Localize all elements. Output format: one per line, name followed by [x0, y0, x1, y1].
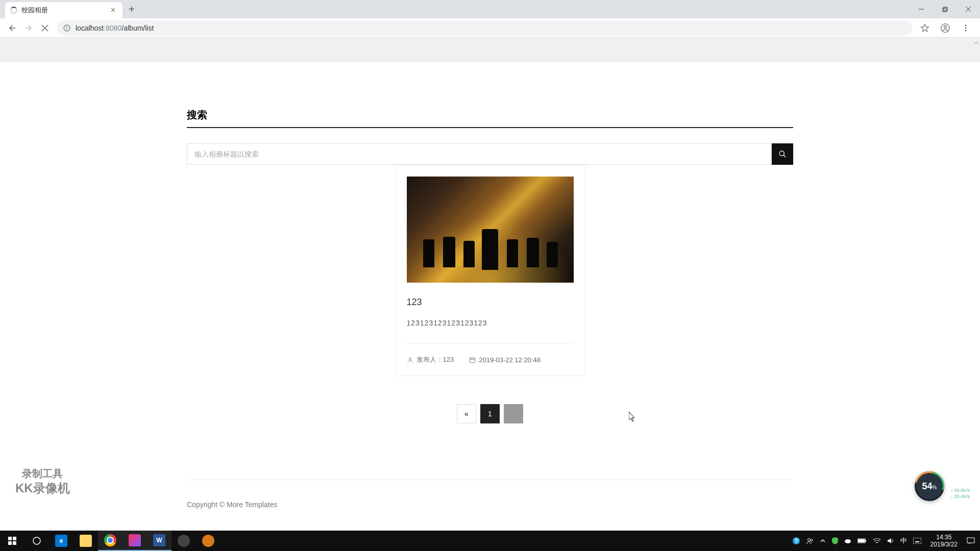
system-tray: ? 中 14:35 2019/3/22 [792, 534, 980, 548]
search-icon [778, 150, 787, 158]
taskbar-intellij[interactable] [122, 531, 147, 551]
search-heading: 搜索 [187, 108, 793, 128]
taskbar-clock[interactable]: 14:35 2019/3/22 [927, 534, 961, 548]
stop-reload-button[interactable] [37, 20, 53, 36]
mouse-cursor-icon [629, 412, 636, 422]
page-next-button[interactable] [504, 404, 523, 423]
taskbar-app-1[interactable] [172, 531, 196, 551]
svg-point-26 [33, 537, 40, 544]
recorder-watermark: 录制工具 KK录像机 [15, 467, 70, 496]
page-1-button[interactable]: 1 [480, 404, 500, 423]
svg-point-14 [965, 30, 967, 31]
svg-point-13 [965, 27, 967, 29]
pagination: « 1 [187, 404, 793, 480]
tray-security-icon[interactable] [832, 537, 838, 544]
svg-point-30 [811, 539, 813, 541]
browser-chrome: 校园相册 × + [0, 0, 980, 38]
minimize-button[interactable] [910, 0, 933, 18]
back-button[interactable] [4, 20, 20, 36]
svg-line-16 [783, 155, 786, 157]
taskbar-chrome[interactable] [98, 531, 122, 551]
calendar-icon [469, 357, 476, 363]
start-button[interactable] [0, 531, 24, 551]
search-form [187, 143, 793, 165]
svg-point-11 [944, 26, 947, 28]
tray-keyboard-icon[interactable] [913, 538, 921, 544]
album-description: 123123123123123123 [407, 319, 574, 327]
network-stats: ↑ 20.8K/s ↓ 20.4K/s [950, 487, 970, 500]
svg-rect-34 [858, 539, 865, 542]
loading-spinner-icon [10, 7, 17, 14]
svg-point-29 [807, 539, 810, 541]
page-viewport: 搜索 123 123123123123123123 发 [0, 38, 980, 531]
svg-point-12 [965, 24, 967, 26]
svg-rect-35 [913, 538, 921, 544]
svg-rect-22 [8, 537, 12, 540]
new-tab-button[interactable]: + [122, 4, 141, 15]
tray-weather-icon[interactable] [844, 538, 851, 544]
footer-copyright: Copyright © More Templates [187, 480, 793, 531]
svg-rect-25 [13, 541, 16, 545]
bookmark-star-icon[interactable] [917, 20, 933, 36]
scrollbar-up-icon[interactable] [973, 39, 980, 46]
svg-point-15 [779, 151, 784, 156]
maximize-button[interactable] [933, 0, 957, 18]
tray-wifi-icon[interactable] [873, 538, 881, 544]
svg-rect-24 [8, 541, 12, 545]
menu-icon[interactable] [958, 20, 974, 36]
tab-title: 校园相册 [21, 6, 109, 15]
album-thumbnail [407, 177, 574, 283]
tray-volume-icon[interactable] [887, 537, 894, 544]
tab-close-button[interactable]: × [109, 6, 117, 15]
browser-tab[interactable]: 校园相册 × [5, 2, 122, 18]
performance-overlay[interactable]: 54% [915, 471, 944, 501]
tray-ime-icon[interactable]: 中 [900, 536, 907, 545]
taskbar-app-2[interactable] [196, 531, 220, 551]
tray-notifications-icon[interactable] [967, 537, 975, 545]
album-meta: 发布人：123 2019-03-22 12:20:48 [407, 343, 574, 364]
svg-rect-1 [943, 8, 946, 12]
user-icon [407, 357, 413, 363]
svg-rect-23 [13, 537, 16, 540]
address-bar: localhost:8080/album/list [0, 18, 980, 38]
svg-point-31 [845, 539, 851, 543]
album-publisher: 发布人：123 [407, 355, 454, 364]
page-prev-button[interactable]: « [457, 404, 476, 423]
tab-bar: 校园相册 × + [0, 0, 980, 18]
url-text: localhost:8080/album/list [76, 24, 154, 32]
svg-point-17 [409, 358, 411, 360]
svg-rect-18 [470, 358, 475, 362]
taskbar-word[interactable]: W [147, 531, 172, 551]
tray-chevron-up-icon[interactable] [820, 538, 826, 544]
tray-people-icon[interactable] [806, 537, 814, 544]
svg-rect-41 [967, 538, 974, 543]
taskbar-edge[interactable]: e [49, 531, 74, 551]
album-title: 123 [407, 297, 574, 308]
search-input[interactable] [187, 143, 772, 165]
album-card[interactable]: 123 123123123123123123 发布人：123 2019-03-2… [395, 165, 585, 376]
tray-battery-icon[interactable] [857, 538, 867, 543]
svg-text:?: ? [794, 538, 798, 544]
forward-button[interactable] [20, 20, 37, 36]
svg-rect-2 [944, 7, 947, 11]
profile-icon[interactable] [937, 20, 953, 36]
tray-help-icon[interactable]: ? [792, 537, 800, 545]
window-controls [910, 0, 980, 18]
windows-taskbar: e W ? 中 14:35 2019/3/22 [0, 531, 980, 551]
taskbar-explorer[interactable] [74, 531, 98, 551]
close-window-button[interactable] [957, 0, 980, 18]
url-input[interactable]: localhost:8080/album/list [57, 20, 913, 36]
album-date: 2019-03-22 12:20:48 [469, 355, 541, 364]
svg-rect-33 [865, 540, 866, 542]
search-button[interactable] [772, 143, 793, 165]
cortana-button[interactable] [24, 531, 49, 551]
site-info-icon[interactable] [63, 24, 70, 32]
